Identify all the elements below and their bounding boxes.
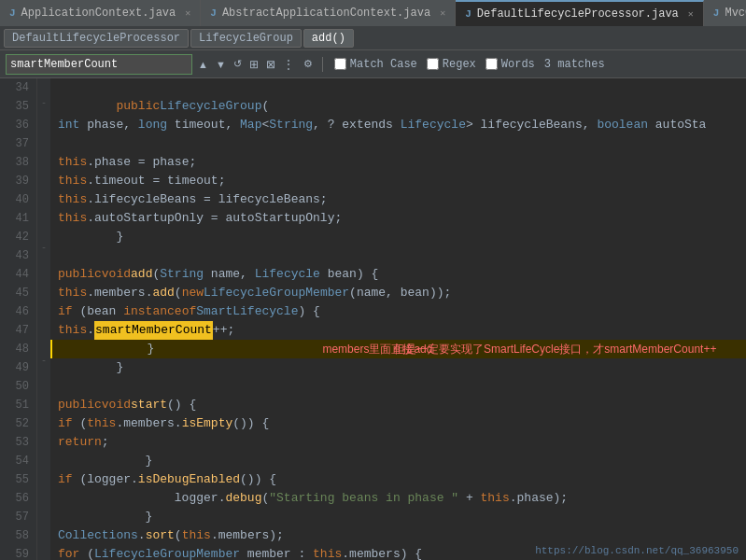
fold-gutter: --- [37,78,50,560]
line-num-54: 54 [0,452,36,470]
tab-abstractapplicationcontext[interactable]: J AbstractApplicationContext.java ✕ [201,0,456,26]
line-num-36: 36 [0,116,36,134]
line-num-56: 56 [0,489,36,508]
code-line-58: Collections.sort(this.members); [50,526,746,545]
fold-cell-59 [37,482,50,497]
code-line-43 [50,246,746,265]
line-num-45: 45 [0,284,36,302]
tab-icon-1: J [210,7,217,19]
code-line-57: } [50,508,746,526]
fold-cell-38 [37,145,50,161]
words-text: Words [501,58,535,71]
line-num-57: 57 [0,508,36,526]
regex-label[interactable]: Regex [427,58,476,71]
fold-cell-49 [37,321,50,337]
search-filter-button[interactable]: ⊞ [247,58,260,71]
line-num-58: 58 [0,526,36,545]
code-line-34 [50,78,746,97]
code-line-44: public void add(String name, Lifecycle b… [50,265,746,284]
code-area: 3435363738394041424344454647484950515253… [0,78,746,560]
fold-cell-50 [37,336,50,352]
tab-close-0[interactable]: ✕ [185,7,190,19]
tab-applicationcontext[interactable]: J ApplicationContext.java ✕ [0,0,201,26]
tab-bar: J ApplicationContext.java ✕ J AbstractAp… [0,0,746,26]
search-input[interactable] [10,58,160,71]
words-label[interactable]: Words [486,58,535,71]
code-lines: public LifecycleGroup( int phase, long t… [50,78,746,560]
code-line-50 [50,377,746,396]
search-up-button[interactable]: ▲ [196,59,210,70]
code-line-37 [50,134,746,153]
fold-cell-43 [37,223,50,239]
regex-checkbox[interactable] [427,58,439,70]
tab-label-0: ApplicationContext.java [21,7,176,20]
code-line-45: this.members.add(new LifecycleGroupMembe… [50,284,746,302]
code-line-42: } [50,228,746,246]
line-num-50: 50 [0,377,36,396]
fold-cell-61 [37,512,50,528]
code-line-49: } [50,358,746,377]
code-line-36: int phase, long timeout, Map<String, ? e… [50,116,746,134]
line-num-55: 55 [0,470,36,489]
search-bar: ▲ ▼ ↺ ⊞ ⊠ ⋮ ⚙ Match Case Regex Words 3 m… [0,50,746,78]
fold-cell-45 [37,258,50,273]
line-gutter: 3435363738394041424344454647484950515253… [0,78,37,560]
line-num-52: 52 [0,414,36,433]
tab-icon-2: J [465,8,472,20]
code-line-53: return; [50,433,746,452]
fold-cell-54 [37,402,50,418]
breadcrumb-0[interactable]: DefaultLifecycleProcessor [4,29,189,48]
fold-cell-41 [37,191,50,207]
code-line-51: public void start() { [50,396,746,414]
fold-cell-46 [37,273,50,289]
line-num-46: 46 [0,302,36,321]
breadcrumb-2[interactable]: add() [303,29,354,48]
regex-text: Regex [443,58,476,71]
tab-mvcconfig[interactable]: J MvcConfig.java ✕ [704,0,746,26]
fold-cell-47 [37,289,50,305]
tab-icon-3: J [713,7,720,19]
line-num-40: 40 [0,190,36,209]
code-line-40: this.lifecycleBeans = lifecycleBeans; [50,190,746,209]
code-line-38: this.phase = phase; [50,153,746,172]
fold-cell-58 [37,466,50,482]
watermark: https://blog.csdn.net/qq_36963950 [535,545,739,556]
line-num-48: 48 [0,340,36,358]
match-case-checkbox[interactable] [334,58,346,70]
fold-cell-35: - [37,94,50,113]
tab-defaultlifecycleprocessor[interactable]: J DefaultLifecycleProcessor.java ✕ [456,0,704,26]
fold-cell-52 [37,371,50,386]
fold-cell-62 [37,528,50,544]
match-case-label[interactable]: Match Case [334,58,417,71]
tab-label-3: MvcConfig.java [725,7,746,20]
line-num-34: 34 [0,78,36,97]
search-down-button[interactable]: ▼ [214,59,228,70]
tab-close-2[interactable]: ✕ [688,8,694,20]
search-settings-button[interactable]: ⚙ [300,56,317,72]
search-filter3-button[interactable]: ⋮ [281,58,296,71]
fold-cell-34 [37,78,50,94]
fold-cell-51: - [37,352,50,371]
fold-cell-60 [37,497,50,512]
fold-cell-57 [37,450,50,466]
search-refresh-button[interactable]: ↺ [232,58,244,70]
line-num-53: 53 [0,433,36,452]
line-num-42: 42 [0,228,36,246]
code-line-47: this.smartMemberCount++; [50,321,746,340]
breadcrumb-1[interactable]: LifecycleGroup [190,29,302,48]
line-num-41: 41 [0,209,36,228]
fold-cell-55 [37,418,50,434]
code-line-52: if (this.members.isEmpty()) { [50,414,746,433]
code-line-46: if (bean instanceof SmartLifecycle) { [50,302,746,321]
line-num-35: 35 [0,97,36,116]
fold-cell-56 [37,434,50,450]
line-num-47: 47 [0,321,36,340]
line-num-38: 38 [0,153,36,172]
code-line-35: public LifecycleGroup( [50,97,746,116]
code-line-56: logger.debug("Starting beans in phase " … [50,489,746,508]
line-num-49: 49 [0,358,36,377]
words-checkbox[interactable] [486,58,498,70]
search-filter2-button[interactable]: ⊠ [264,58,277,71]
tab-close-1[interactable]: ✕ [440,7,445,19]
fold-cell-53 [37,386,50,402]
